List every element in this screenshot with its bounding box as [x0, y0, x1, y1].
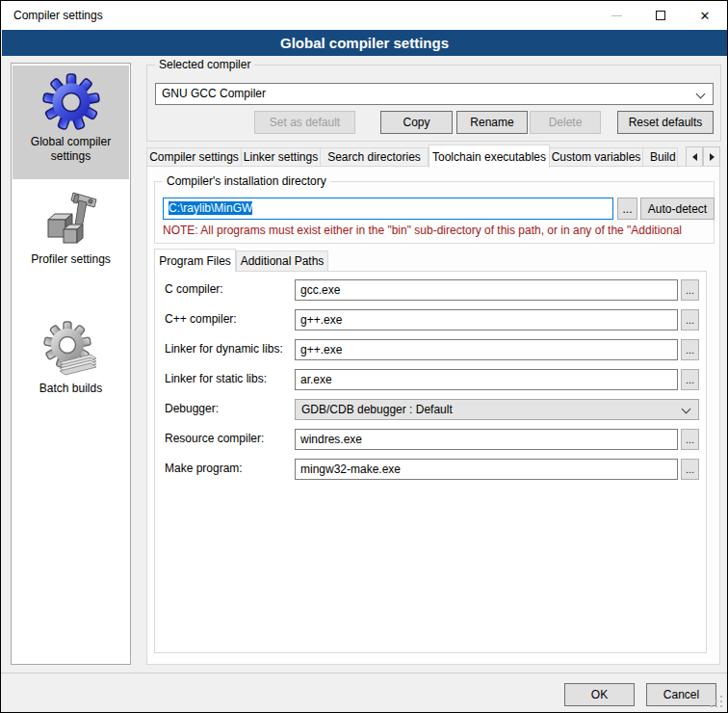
tab-custom-variables[interactable]: Custom variables — [550, 147, 643, 167]
compiler-select[interactable]: GNU GCC Compiler — [155, 83, 714, 105]
close-icon: ✕ — [700, 10, 711, 22]
maximize-button[interactable] — [638, 1, 683, 30]
compiler-settings-dialog: Compiler settings ✕ Global compiler sett… — [0, 0, 728, 713]
chevron-down-icon — [696, 90, 706, 99]
linker-static-input[interactable]: ar.exe — [295, 369, 678, 390]
set-as-default-button[interactable]: Set as default — [254, 111, 355, 134]
installation-directory-input[interactable]: C:\raylib\MinGW — [163, 198, 613, 220]
debugger-select[interactable]: GDB/CDB debugger : Default — [295, 399, 699, 420]
cancel-button[interactable]: Cancel — [646, 683, 716, 706]
field-label-debugger: Debugger: — [165, 402, 219, 415]
browse-resource-compiler-button[interactable]: ... — [681, 429, 699, 450]
linker-dynamic-input[interactable]: g++.exe — [295, 339, 678, 360]
footer-divider — [1, 673, 728, 673]
browse-linker-dynamic-button[interactable]: ... — [681, 339, 699, 360]
tab-compiler-settings[interactable]: Compiler settings — [146, 147, 242, 167]
page-title: Global compiler settings — [2, 30, 727, 56]
copy-button[interactable]: Copy — [380, 111, 453, 134]
browse-make-program-button[interactable]: ... — [681, 459, 699, 480]
browse-c-compiler-button[interactable]: ... — [681, 279, 699, 301]
caliper-icon — [40, 189, 102, 251]
titlebar[interactable]: Compiler settings ✕ — [1, 1, 727, 30]
blue-gear-icon — [40, 71, 102, 133]
c-compiler-input[interactable]: gcc.exe — [295, 279, 678, 301]
browse-linker-static-button[interactable]: ... — [681, 369, 699, 390]
close-button[interactable]: ✕ — [683, 1, 727, 30]
browse-cpp-compiler-button[interactable]: ... — [681, 309, 699, 330]
sidebar-item-label: Profiler settings — [13, 252, 129, 267]
minimize-button[interactable] — [594, 1, 638, 30]
resize-grip[interactable] — [720, 705, 722, 707]
installation-directory-legend: Compiler's installation directory — [163, 174, 330, 188]
minimize-icon — [611, 15, 622, 16]
delete-button[interactable]: Delete — [530, 111, 601, 134]
sidebar-item-batch-builds[interactable]: Batch builds — [13, 316, 129, 409]
field-label-cpp-compiler: C++ compiler: — [165, 312, 237, 326]
sidebar-item-label: Batch builds — [13, 382, 129, 396]
tab-scroll-left-button[interactable] — [686, 146, 703, 167]
ok-button[interactable]: OK — [564, 683, 635, 706]
tab-linker-settings[interactable]: Linker settings — [242, 147, 321, 167]
debugger-select-value: GDB/CDB debugger : Default — [301, 403, 453, 416]
rename-button[interactable]: Rename — [456, 111, 528, 134]
reset-defaults-button[interactable]: Reset defaults — [617, 111, 714, 134]
browse-directory-button[interactable]: ... — [617, 198, 637, 220]
sidebar-item-global-compiler-settings[interactable]: Global compiler settings — [13, 66, 129, 179]
window-title: Compiler settings — [13, 9, 103, 22]
resource-compiler-input[interactable]: windres.exe — [295, 429, 678, 450]
arrow-right-icon — [710, 153, 715, 161]
compiler-select-value: GNU GCC Compiler — [162, 87, 266, 100]
gray-gear-stack-icon — [40, 318, 102, 380]
subtab-additional-paths[interactable]: Additional Paths — [236, 251, 328, 272]
sidebar-item-label: Global compiler settings — [13, 135, 129, 164]
arrow-left-icon — [692, 153, 697, 161]
selected-path-text: C:\raylib\MinGW — [169, 201, 252, 215]
field-label-linker-static: Linker for static libs: — [165, 372, 267, 385]
cpp-compiler-input[interactable]: g++.exe — [295, 309, 678, 330]
selected-compiler-legend: Selected compiler — [155, 58, 254, 71]
field-label-make-program: Make program: — [165, 462, 243, 475]
sidebar-item-profiler-settings[interactable]: Profiler settings — [13, 187, 129, 289]
field-label-linker-dynamic: Linker for dynamic libs: — [165, 342, 283, 356]
settings-category-list: Global compiler settings — [11, 63, 131, 665]
auto-detect-button[interactable]: Auto-detect — [640, 198, 715, 220]
tab-search-directories[interactable]: Search directories — [321, 147, 429, 167]
subtab-program-files[interactable]: Program Files — [154, 249, 236, 272]
note-text: NOTE: All programs must exist either in … — [163, 224, 708, 237]
tab-build-options[interactable]: Build options — [643, 147, 678, 167]
make-program-input[interactable]: mingw32-make.exe — [295, 459, 678, 480]
maximize-icon — [656, 11, 665, 20]
field-label-c-compiler: C compiler: — [165, 282, 223, 296]
field-label-resource-compiler: Resource compiler: — [165, 432, 264, 445]
tab-scroll-right-button[interactable] — [703, 146, 720, 167]
tab-toolchain-executables[interactable]: Toolchain executables — [429, 145, 550, 168]
chevron-down-icon — [682, 405, 691, 414]
